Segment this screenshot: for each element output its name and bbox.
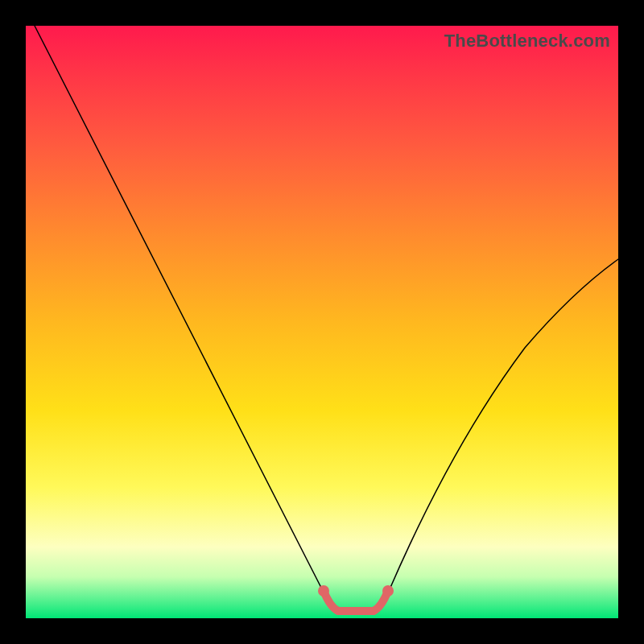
chart-frame: TheBottleneck.com [0,0,644,644]
chart-plot-area: TheBottleneck.com [26,26,618,618]
bottleneck-curve [35,26,618,610]
optimal-range-end-dot [382,585,394,597]
optimal-range-marker [324,591,388,611]
chart-svg [26,26,618,618]
optimal-range-start-dot [318,585,329,597]
